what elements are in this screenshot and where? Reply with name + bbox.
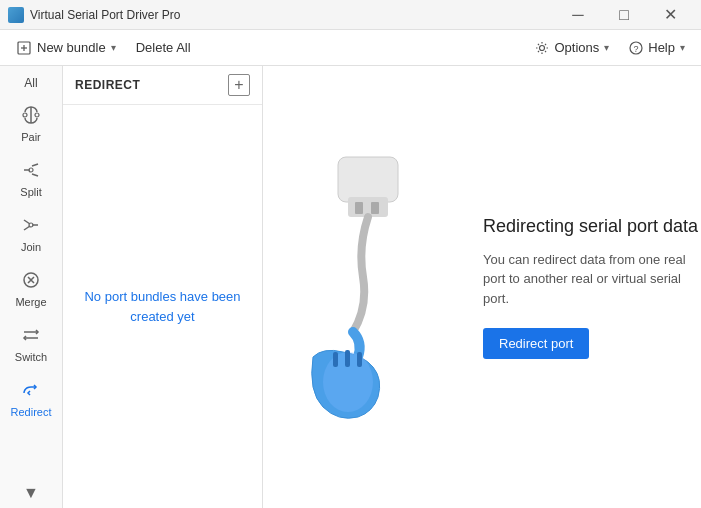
sidebar-item-all[interactable]: All (0, 70, 62, 96)
svg-rect-20 (355, 202, 363, 214)
main-layout: All Pair (0, 66, 701, 508)
svg-point-8 (35, 113, 39, 117)
sidebar-merge-label: Merge (15, 296, 46, 308)
sidebar-item-join[interactable]: Join (0, 206, 62, 261)
help-chevron: ▾ (680, 42, 685, 53)
sidebar-redirect-label: Redirect (11, 406, 52, 418)
svg-point-3 (540, 45, 545, 50)
svg-rect-18 (338, 157, 398, 202)
new-bundle-icon (16, 40, 32, 56)
bundle-title: REDIRECT (75, 78, 140, 92)
svg-text:?: ? (634, 44, 639, 54)
sidebar-item-switch[interactable]: Switch (0, 316, 62, 371)
sidebar-item-split[interactable]: Split (0, 151, 62, 206)
sidebar-more-icon: ▼ (23, 484, 39, 502)
help-button[interactable]: ? Help ▾ (621, 36, 693, 59)
detail-panel: Redirecting serial port data You can red… (263, 66, 701, 508)
menu-bar: New bundle ▾ Delete All Options ▾ ? Help… (0, 30, 701, 66)
help-icon: ? (629, 41, 643, 55)
minimize-button[interactable]: ─ (555, 0, 601, 30)
merge-icon (20, 269, 42, 294)
bundle-header: REDIRECT + (63, 66, 262, 105)
switch-icon (20, 324, 42, 349)
options-button[interactable]: Options ▾ (527, 36, 617, 59)
menu-bar-left: New bundle ▾ Delete All (8, 36, 527, 60)
sidebar-pair-label: Pair (21, 131, 41, 143)
svg-line-11 (32, 174, 38, 176)
sidebar-all-label: All (24, 76, 37, 90)
svg-line-10 (32, 164, 38, 166)
join-icon (20, 214, 42, 239)
sidebar: All Pair (0, 66, 63, 508)
sidebar-join-label: Join (21, 241, 41, 253)
bundle-add-button[interactable]: + (228, 74, 250, 96)
sidebar-item-pair[interactable]: Pair (0, 96, 62, 151)
gear-icon (535, 41, 549, 55)
content-area: REDIRECT + No port bundles have been cre… (63, 66, 701, 508)
pair-icon (20, 104, 42, 129)
options-chevron: ▾ (604, 42, 609, 53)
sidebar-item-redirect[interactable]: Redirect (0, 371, 62, 426)
svg-rect-21 (371, 202, 379, 214)
close-button[interactable]: ✕ (647, 0, 693, 30)
new-bundle-chevron: ▾ (111, 42, 116, 53)
delete-all-button[interactable]: Delete All (128, 36, 199, 59)
sidebar-more-button[interactable]: ▼ (0, 478, 62, 508)
info-section: Redirecting serial port data You can red… (483, 215, 701, 360)
svg-point-16 (29, 223, 33, 227)
sidebar-item-merge[interactable]: Merge (0, 261, 62, 316)
svg-rect-25 (357, 352, 362, 367)
detail-title: Redirecting serial port data (483, 215, 701, 238)
sidebar-split-label: Split (20, 186, 41, 198)
port-illustration (283, 147, 443, 427)
svg-point-7 (23, 113, 27, 117)
svg-rect-23 (333, 352, 338, 367)
bundle-empty-text: No port bundles have been created yet (63, 105, 262, 508)
maximize-button[interactable]: □ (601, 0, 647, 30)
detail-description: You can redirect data from one real port… (483, 250, 701, 309)
title-bar: Virtual Serial Port Driver Pro ─ □ ✕ (0, 0, 701, 30)
redirect-port-button[interactable]: Redirect port (483, 328, 589, 359)
svg-rect-24 (345, 350, 350, 367)
title-bar-controls: ─ □ ✕ (555, 0, 693, 30)
new-bundle-button[interactable]: New bundle ▾ (8, 36, 124, 60)
app-icon (8, 7, 24, 23)
menu-bar-right: Options ▾ ? Help ▾ (527, 36, 693, 59)
redirect-icon (20, 379, 42, 404)
title-bar-text: Virtual Serial Port Driver Pro (30, 8, 555, 22)
bundle-panel: REDIRECT + No port bundles have been cre… (63, 66, 263, 508)
split-icon (20, 159, 42, 184)
sidebar-switch-label: Switch (15, 351, 47, 363)
